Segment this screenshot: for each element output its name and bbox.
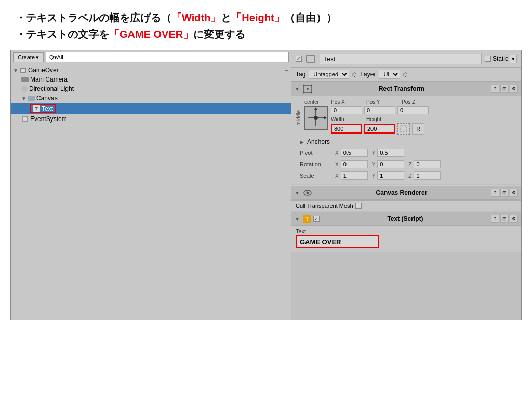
- instruction-line1: ・テキストラベルの幅を広げる（「Width」と「Height」（自由））: [16, 9, 516, 26]
- eventsystem-icon: [21, 115, 29, 123]
- pos-z-input[interactable]: [397, 106, 429, 114]
- svg-rect-16: [401, 126, 407, 132]
- blueprint-btn[interactable]: [397, 123, 410, 135]
- pivot-y-input[interactable]: [377, 149, 404, 157]
- hierarchy-item-light[interactable]: Directional Light: [11, 84, 291, 94]
- pos-z-header: Pos Z: [402, 99, 435, 105]
- rotation-row: Rotation X Y Z: [296, 158, 517, 170]
- pivot-row: Pivot X Y: [296, 147, 517, 158]
- height-input[interactable]: [364, 124, 395, 134]
- hierarchy-item-gameover[interactable]: ▼ GameOver ☰: [11, 65, 291, 75]
- text-field-value[interactable]: GAME OVER: [296, 235, 379, 248]
- svg-rect-1: [21, 69, 25, 72]
- rotation-z-input[interactable]: [414, 160, 441, 168]
- camera-label: Main Camera: [30, 76, 68, 83]
- eventsystem-label: EventSystem: [30, 115, 67, 123]
- svg-point-10: [303, 92, 304, 94]
- canvas-renderer-title: Canvas Renderer: [314, 189, 489, 196]
- scale-z-input[interactable]: [414, 171, 441, 180]
- tag-layer-row: Tag Untagged ⬡ Layer UI ⬡: [291, 68, 521, 82]
- canvas-settings-btn[interactable]: ⚙: [510, 189, 518, 197]
- text-script-title: Text (Script): [322, 215, 489, 222]
- canvas-renderer-icon: [303, 188, 312, 197]
- canvas-renderer-header: ▼ Canvas Renderer ? ⊞ ⚙: [291, 185, 521, 200]
- anchors-collapse[interactable]: ▶: [300, 139, 304, 145]
- static-checkbox[interactable]: [485, 56, 491, 62]
- text-icon: T: [33, 105, 40, 112]
- canvas-renderer-collapse[interactable]: ▼: [295, 190, 300, 196]
- canvas-icon: [28, 96, 35, 101]
- rect-help-btn[interactable]: ?: [491, 85, 499, 93]
- rect-transform-collapse[interactable]: ▼: [295, 86, 300, 92]
- canvas-layout-btn[interactable]: ⊞: [500, 189, 509, 197]
- rotation-x-label: X: [335, 162, 339, 167]
- pos-fields-area: Pos X Pos Y Pos Z Width Height: [331, 99, 517, 135]
- text-script-enabled[interactable]: [313, 216, 320, 222]
- pivot-y-label: Y: [372, 150, 376, 156]
- hierarchy-toolbar: Create ▾: [11, 50, 291, 64]
- anchors-row: ▶ Anchors: [296, 137, 517, 147]
- text-field-label: Text: [296, 228, 517, 234]
- text-script-section-icons: ? ⊞ ⚙: [491, 215, 518, 223]
- pos-y-input[interactable]: [364, 106, 395, 114]
- rotation-y-input[interactable]: [377, 160, 404, 168]
- text-script-header: ▼ T Text (Script) ? ⊞ ⚙: [291, 212, 521, 225]
- static-dropdown-btn[interactable]: ▾: [510, 55, 517, 63]
- rotation-z-group: Z: [408, 160, 441, 168]
- create-button[interactable]: Create ▾: [13, 52, 44, 62]
- svg-point-8: [303, 85, 304, 86]
- pos-x-input[interactable]: [331, 106, 362, 114]
- cull-label: Cull Transparent Mesh: [296, 203, 353, 209]
- r-button[interactable]: R: [412, 123, 424, 135]
- pivot-x-input[interactable]: [341, 149, 368, 157]
- gameover-label: GameOver: [28, 66, 59, 74]
- object-name-input[interactable]: [320, 54, 482, 64]
- text-layout-btn[interactable]: ⊞: [500, 215, 509, 223]
- tag-dropdown-arrow: ⬡: [352, 72, 357, 77]
- rect-transform-body: center middle: [291, 96, 521, 184]
- pivot-widget[interactable]: [304, 106, 328, 130]
- hierarchy-item-eventsystem[interactable]: EventSystem: [11, 114, 291, 124]
- canvas-arrow: ▼: [21, 96, 28, 101]
- hierarchy-item-text[interactable]: T Text: [11, 103, 291, 114]
- svg-marker-13: [324, 116, 327, 119]
- rect-layout-btn[interactable]: ⊞: [500, 85, 509, 93]
- text-label: Text: [42, 105, 53, 112]
- highlight-height: 「Height」: [231, 12, 284, 23]
- inspector-panel: Static ▾ Tag Untagged ⬡ Layer UI ⬡ ▼: [291, 50, 521, 320]
- hierarchy-item-camera[interactable]: Main Camera: [11, 75, 291, 84]
- cull-checkbox[interactable]: [355, 203, 362, 209]
- hierarchy-item-canvas[interactable]: ▼ Canvas: [11, 94, 291, 103]
- static-label: Static: [493, 55, 508, 62]
- text-script-collapse[interactable]: ▼: [295, 216, 300, 222]
- rect-transform-header: ▼ Rect Transform ? ⊞ ⚙: [291, 82, 521, 96]
- width-input[interactable]: [331, 124, 362, 134]
- pivot-x-label: X: [335, 150, 339, 156]
- inspector-header: Static ▾: [291, 50, 521, 68]
- center-label: center: [304, 99, 319, 105]
- scale-y-input[interactable]: [377, 171, 404, 180]
- pivot-x-group: X: [335, 149, 368, 157]
- text-settings-btn[interactable]: ⚙: [510, 215, 518, 223]
- layer-select[interactable]: UI: [379, 70, 400, 79]
- menu-icon: ☰: [284, 68, 289, 73]
- create-label: Create: [18, 54, 35, 60]
- svg-point-9: [310, 85, 312, 86]
- canvas-help-btn[interactable]: ?: [491, 189, 499, 197]
- light-label: Directional Light: [29, 85, 74, 92]
- tag-label: Tag: [296, 71, 305, 78]
- object-icon: [305, 53, 316, 64]
- scale-x-input[interactable]: [341, 171, 368, 180]
- rect-settings-btn[interactable]: ⚙: [510, 85, 518, 93]
- canvas-renderer-body: Cull Transparent Mesh: [291, 200, 521, 211]
- hierarchy-search-input[interactable]: [46, 52, 289, 62]
- tag-select[interactable]: Untagged: [309, 70, 349, 79]
- blueprint-icon: [400, 125, 407, 132]
- rotation-x-input[interactable]: [341, 160, 368, 168]
- layer-label: Layer: [360, 71, 376, 78]
- rotation-x-group: X: [335, 160, 368, 168]
- text-help-btn[interactable]: ?: [491, 215, 499, 223]
- object-enabled-checkbox[interactable]: [296, 56, 302, 62]
- text-script-t-icon: T: [303, 215, 311, 223]
- highlight-width: 「Width」: [171, 12, 221, 23]
